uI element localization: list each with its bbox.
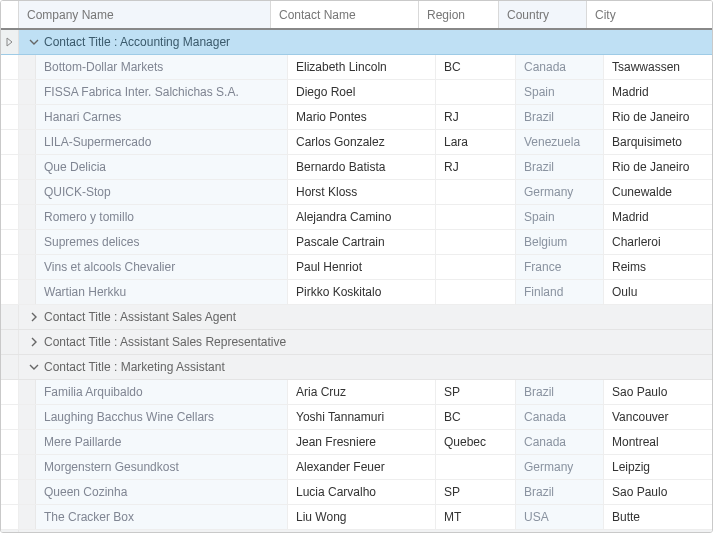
cell-city[interactable]: Cunewalde [604, 180, 712, 204]
table-row[interactable]: Vins et alcools ChevalierPaul HenriotFra… [1, 255, 712, 280]
chevron-down-icon[interactable] [26, 362, 42, 372]
table-row[interactable]: Que DeliciaBernardo BatistaRJBrazilRio d… [1, 155, 712, 180]
table-row[interactable]: The Cracker BoxLiu WongMTUSAButte [1, 505, 712, 530]
cell-country[interactable]: Canada [516, 55, 604, 79]
table-row[interactable]: Familia ArquibaldoAria CruzSPBrazilSao P… [1, 380, 712, 405]
cell-country[interactable]: Canada [516, 430, 604, 454]
cell-city[interactable]: Rio de Janeiro [604, 105, 712, 129]
cell-contact[interactable]: Alexander Feuer [288, 455, 436, 479]
cell-country[interactable]: Brazil [516, 480, 604, 504]
cell-contact[interactable]: Lucia Carvalho [288, 480, 436, 504]
table-row[interactable]: LILA-SupermercadoCarlos GonzalezLaraVene… [1, 130, 712, 155]
table-row[interactable]: Hanari CarnesMario PontesRJBrazilRio de … [1, 105, 712, 130]
cell-region[interactable]: MT [436, 505, 516, 529]
column-header-contact[interactable]: Contact Name [271, 1, 419, 28]
cell-city[interactable]: Madrid [604, 205, 712, 229]
cell-city[interactable]: Barquisimeto [604, 130, 712, 154]
cell-company[interactable]: Mere Paillarde [36, 430, 288, 454]
chevron-right-icon[interactable] [26, 337, 42, 347]
cell-region[interactable] [436, 80, 516, 104]
data-grid[interactable]: Company Name Contact Name Region Country… [0, 0, 713, 533]
cell-country[interactable]: Belgium [516, 230, 604, 254]
cell-contact[interactable]: Mario Pontes [288, 105, 436, 129]
cell-city[interactable]: Vancouver [604, 405, 712, 429]
table-row[interactable]: Wartian HerkkuPirkko KoskitaloFinlandOul… [1, 280, 712, 305]
cell-country[interactable]: Spain [516, 80, 604, 104]
cell-company[interactable]: Vins et alcools Chevalier [36, 255, 288, 279]
group-header-row[interactable]: Contact Title : Assistant Sales Agent [1, 305, 712, 330]
cell-region[interactable]: SP [436, 480, 516, 504]
cell-city[interactable]: Rio de Janeiro [604, 155, 712, 179]
cell-company[interactable]: FISSA Fabrica Inter. Salchichas S.A. [36, 80, 288, 104]
cell-region[interactable] [436, 180, 516, 204]
cell-region[interactable]: BC [436, 405, 516, 429]
cell-city[interactable]: Oulu [604, 280, 712, 304]
cell-contact[interactable]: Diego Roel [288, 80, 436, 104]
cell-region[interactable] [436, 280, 516, 304]
cell-country[interactable]: Germany [516, 180, 604, 204]
cell-country[interactable]: Brazil [516, 155, 604, 179]
cell-company[interactable]: Bottom-Dollar Markets [36, 55, 288, 79]
cell-company[interactable]: Hanari Carnes [36, 105, 288, 129]
cell-company[interactable]: Romero y tomillo [36, 205, 288, 229]
cell-city[interactable]: Tsawwassen [604, 55, 712, 79]
table-row[interactable]: FISSA Fabrica Inter. Salchichas S.A.Dieg… [1, 80, 712, 105]
cell-country[interactable]: USA [516, 505, 604, 529]
cell-region[interactable]: BC [436, 55, 516, 79]
table-row[interactable]: Morgenstern GesundkostAlexander FeuerGer… [1, 455, 712, 480]
cell-contact[interactable]: Liu Wong [288, 505, 436, 529]
cell-company[interactable]: Queen Cozinha [36, 480, 288, 504]
cell-region[interactable] [436, 255, 516, 279]
cell-contact[interactable]: Elizabeth Lincoln [288, 55, 436, 79]
cell-country[interactable]: France [516, 255, 604, 279]
cell-contact[interactable]: Pascale Cartrain [288, 230, 436, 254]
cell-region[interactable]: RJ [436, 105, 516, 129]
cell-contact[interactable]: Pirkko Koskitalo [288, 280, 436, 304]
cell-contact[interactable]: Alejandra Camino [288, 205, 436, 229]
cell-company[interactable]: LILA-Supermercado [36, 130, 288, 154]
table-row[interactable]: QUICK-StopHorst KlossGermanyCunewalde [1, 180, 712, 205]
table-row[interactable]: Queen CozinhaLucia CarvalhoSPBrazilSao P… [1, 480, 712, 505]
chevron-down-icon[interactable] [26, 37, 42, 47]
table-row[interactable]: Romero y tomilloAlejandra CaminoSpainMad… [1, 205, 712, 230]
cell-country[interactable]: Spain [516, 205, 604, 229]
cell-country[interactable]: Germany [516, 455, 604, 479]
cell-country[interactable]: Finland [516, 280, 604, 304]
cell-country[interactable]: Brazil [516, 105, 604, 129]
cell-contact[interactable]: Bernardo Batista [288, 155, 436, 179]
cell-region[interactable]: RJ [436, 155, 516, 179]
cell-contact[interactable]: Carlos Gonzalez [288, 130, 436, 154]
group-header-row[interactable]: Contact Title : Marketing Assistant [1, 355, 712, 380]
cell-company[interactable]: The Cracker Box [36, 505, 288, 529]
cell-contact[interactable]: Horst Kloss [288, 180, 436, 204]
table-row[interactable]: Mere PaillardeJean FresniereQuebecCanada… [1, 430, 712, 455]
column-header-company[interactable]: Company Name [19, 1, 271, 28]
cell-city[interactable]: Madrid [604, 80, 712, 104]
table-row[interactable]: Bottom-Dollar MarketsElizabeth LincolnBC… [1, 55, 712, 80]
table-row[interactable]: Laughing Bacchus Wine CellarsYoshi Tanna… [1, 405, 712, 430]
cell-city[interactable]: Charleroi [604, 230, 712, 254]
cell-city[interactable]: Leipzig [604, 455, 712, 479]
cell-country[interactable]: Brazil [516, 380, 604, 404]
cell-company[interactable]: Supremes delices [36, 230, 288, 254]
cell-contact[interactable]: Aria Cruz [288, 380, 436, 404]
chevron-right-icon[interactable] [26, 312, 42, 322]
cell-region[interactable] [436, 455, 516, 479]
cell-city[interactable]: Sao Paulo [604, 480, 712, 504]
cell-country[interactable]: Canada [516, 405, 604, 429]
cell-company[interactable]: Laughing Bacchus Wine Cellars [36, 405, 288, 429]
cell-company[interactable]: Familia Arquibaldo [36, 380, 288, 404]
cell-contact[interactable]: Paul Henriot [288, 255, 436, 279]
cell-company[interactable]: Morgenstern Gesundkost [36, 455, 288, 479]
cell-company[interactable]: Que Delicia [36, 155, 288, 179]
group-header-row[interactable]: Contact Title : Accounting Manager [1, 30, 712, 55]
cell-country[interactable]: Venezuela [516, 130, 604, 154]
cell-contact[interactable]: Yoshi Tannamuri [288, 405, 436, 429]
cell-region[interactable]: Quebec [436, 430, 516, 454]
cell-region[interactable]: SP [436, 380, 516, 404]
group-header-row[interactable]: Contact Title : Assistant Sales Represen… [1, 330, 712, 355]
cell-contact[interactable]: Jean Fresniere [288, 430, 436, 454]
cell-region[interactable]: Lara [436, 130, 516, 154]
table-row[interactable]: Supremes delicesPascale CartrainBelgiumC… [1, 230, 712, 255]
cell-company[interactable]: QUICK-Stop [36, 180, 288, 204]
